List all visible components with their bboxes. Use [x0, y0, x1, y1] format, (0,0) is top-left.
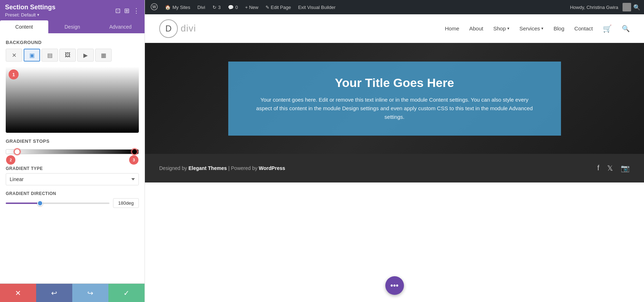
user-greeting[interactable]: Howdy, Christina Gwira: [568, 5, 620, 10]
gradient-direction-group: Gradient Direction 180deg: [6, 191, 139, 208]
twitter-icon[interactable]: 𝕏: [607, 164, 613, 172]
logo-d: D: [165, 24, 171, 34]
home-icon: 🏠: [165, 5, 171, 10]
nav-shop[interactable]: Shop ▾: [493, 25, 509, 31]
comments-button[interactable]: 💬 0: [226, 5, 240, 10]
refresh-button[interactable]: ↻ 3: [210, 5, 223, 10]
gradient-preview: 1: [6, 67, 139, 133]
columns-icon[interactable]: ⊞: [124, 7, 130, 15]
logo-text: divi: [181, 23, 196, 34]
background-section-label: Background: [6, 40, 139, 45]
bg-gradient-button[interactable]: ▤: [42, 49, 58, 62]
stop-badge-3: 3: [129, 155, 138, 165]
video-bg-icon: ▶: [83, 52, 88, 59]
bg-image-button[interactable]: 🖼: [59, 49, 76, 62]
instagram-icon[interactable]: 📷: [621, 164, 630, 172]
bg-pattern-button[interactable]: ▦: [95, 49, 112, 62]
bg-color-button[interactable]: ▣: [24, 49, 40, 62]
bg-video-button[interactable]: ▶: [77, 49, 94, 62]
cancel-button[interactable]: ✕: [0, 284, 36, 302]
nav-home[interactable]: Home: [445, 25, 459, 31]
logo-circle: D: [159, 19, 178, 38]
hero-body: Your content goes here. Edit or remove t…: [255, 96, 534, 121]
image-bg-icon: 🖼: [65, 52, 70, 58]
undo-button[interactable]: ↩: [36, 284, 72, 302]
footer-credit: Designed by Elegant Themes | Powered by …: [159, 165, 285, 171]
panel-header-left: Section Settings Preset: Default: [5, 4, 55, 18]
svg-text:W: W: [152, 5, 156, 9]
panel-header: Section Settings Preset: Default ⊡ ⊞ ⋮: [0, 0, 145, 20]
gradient-direction-input[interactable]: 180deg: [113, 198, 139, 208]
resize-icon[interactable]: ⊡: [115, 7, 121, 15]
gradient-bg-icon: ▤: [47, 52, 53, 59]
panel-tabs: Content Design Advanced: [0, 20, 145, 33]
gradient-direction-label: Gradient Direction: [6, 191, 139, 196]
gradient-type-label: Gradient Type: [6, 166, 139, 171]
comment-icon: 💬: [228, 5, 234, 10]
no-bg-icon: ✕: [12, 52, 16, 59]
redo-button[interactable]: ↪: [72, 284, 108, 302]
shop-caret: ▾: [507, 26, 509, 31]
divi-button[interactable]: Divi: [195, 5, 208, 10]
cart-icon[interactable]: 🛒: [603, 24, 612, 33]
pattern-bg-icon: ▦: [101, 52, 106, 59]
section-settings-panel: Section Settings Preset: Default ⊡ ⊞ ⋮ C…: [0, 0, 145, 302]
gradient-badge-1: 1: [9, 69, 19, 79]
slider-fill: [6, 203, 40, 204]
services-caret: ▾: [541, 26, 543, 31]
exit-builder-button[interactable]: Exit Visual Builder: [296, 5, 338, 10]
wp-admin-bar: W 🏠 My Sites Divi ↻ 3 💬 0 + New ✎ Edit P…: [145, 0, 644, 14]
elegant-themes-link[interactable]: Elegant Themes: [189, 165, 227, 171]
refresh-icon: ↻: [213, 5, 216, 10]
gradient-stop-white[interactable]: [14, 148, 20, 155]
wp-icon: W: [151, 3, 158, 11]
panel-body: Background ✕ ▣ ▤ 🖼 ▶ ▦ 1: [0, 33, 145, 283]
nav-services[interactable]: Services ▾: [519, 25, 544, 31]
gradient-direction-row: 180deg: [6, 198, 139, 208]
wordpress-link[interactable]: WordPress: [259, 165, 285, 171]
panel-footer: ✕ ↩ ↪ ✓: [0, 283, 145, 302]
hero-section: Your Title Goes Here Your content goes h…: [145, 43, 644, 154]
nav-contact[interactable]: Contact: [574, 25, 593, 31]
gradient-type-select[interactable]: Linear Radial: [6, 173, 139, 185]
background-type-icons: ✕ ▣ ▤ 🖼 ▶ ▦: [6, 49, 139, 62]
panel-title: Section Settings: [5, 4, 55, 11]
gradient-type-group: Gradient Type Linear Radial: [6, 166, 139, 185]
edit-page-button[interactable]: ✎ Edit Page: [263, 5, 293, 10]
site-logo[interactable]: D divi: [159, 19, 196, 38]
fab-button[interactable]: •••: [385, 276, 404, 295]
my-sites-button[interactable]: 🏠 My Sites: [163, 5, 192, 10]
gradient-stops-bar: 2 3: [6, 147, 139, 156]
site-nav: Home About Shop ▾ Services ▾ Blog Contac…: [445, 24, 630, 33]
search-icon[interactable]: 🔍: [622, 25, 630, 33]
hero-title: Your Title Goes Here: [250, 76, 540, 90]
gradient-stop-black[interactable]: [131, 148, 138, 155]
site-footer: Designed by Elegant Themes | Powered by …: [145, 154, 644, 182]
admin-search-icon[interactable]: 🔍: [633, 4, 640, 11]
facebook-icon[interactable]: f: [597, 164, 599, 172]
stop-badge-2: 2: [6, 155, 15, 165]
below-fold-area: •••: [145, 182, 644, 302]
save-button[interactable]: ✓: [108, 284, 145, 302]
tab-advanced[interactable]: Advanced: [96, 20, 145, 33]
site-preview: W 🏠 My Sites Divi ↻ 3 💬 0 + New ✎ Edit P…: [145, 0, 644, 302]
wp-logo-button[interactable]: W: [148, 3, 160, 11]
color-bg-icon: ▣: [29, 52, 35, 59]
more-options-icon[interactable]: ⋮: [133, 7, 140, 15]
nav-blog[interactable]: Blog: [553, 25, 564, 31]
panel-header-icons: ⊡ ⊞ ⋮: [115, 7, 140, 15]
tab-content[interactable]: Content: [0, 20, 48, 33]
gradient-stops-track[interactable]: 2 3: [6, 149, 139, 154]
new-content-button[interactable]: + New: [243, 5, 260, 10]
gradient-stops-label: Gradient Stops: [6, 138, 139, 144]
bg-none-button[interactable]: ✕: [6, 49, 22, 62]
footer-social: f 𝕏 📷: [597, 164, 630, 172]
tab-design[interactable]: Design: [48, 20, 97, 33]
user-avatar: [623, 3, 631, 11]
hero-content-box: Your Title Goes Here Your content goes h…: [228, 62, 561, 136]
panel-preset[interactable]: Preset: Default: [5, 12, 55, 18]
nav-about[interactable]: About: [469, 25, 483, 31]
gradient-direction-track[interactable]: [6, 203, 109, 204]
slider-thumb[interactable]: [37, 200, 43, 206]
site-header: D divi Home About Shop ▾ Services ▾ Blog…: [145, 14, 644, 43]
